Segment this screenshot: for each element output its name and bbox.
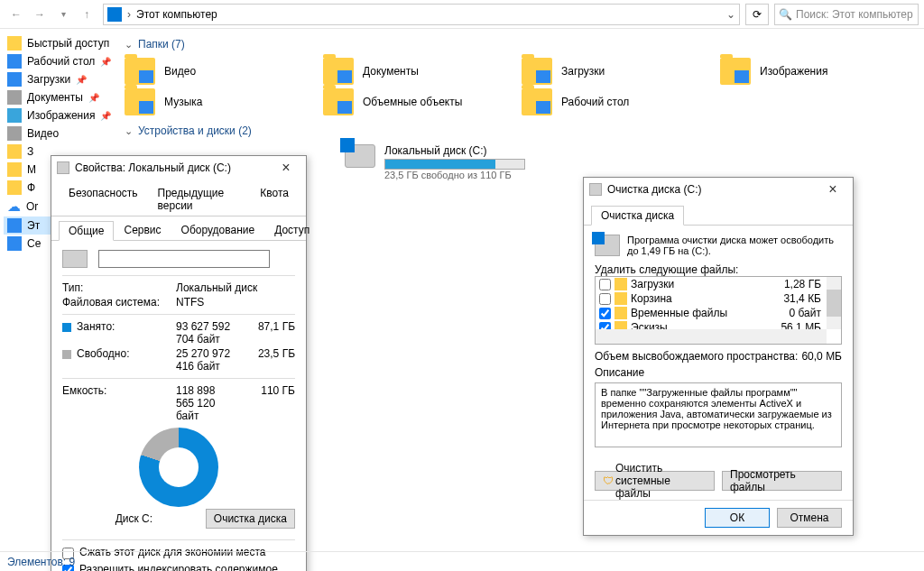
used-chip — [62, 323, 71, 332]
chevron-right-icon: › — [127, 8, 131, 21]
dialog-title: Свойства: Локальный диск (C:) — [75, 161, 231, 174]
cleanup-row[interactable]: Временные файлы0 байт — [596, 306, 841, 320]
folders-grid: ВидеоДокументыЗагрузкиИзображенияМузыкаО… — [125, 58, 915, 115]
chevron-down-icon[interactable]: ⌄ — [726, 8, 735, 21]
free-label: Свободно: — [77, 347, 130, 360]
tab[interactable]: Общие — [59, 221, 114, 241]
fs-value: NTFS — [176, 296, 295, 309]
clean-system-files-button[interactable]: 🛡Очистить системные файлы — [595, 471, 715, 491]
sidebar-item-label: Загрузки — [27, 73, 70, 86]
section-drives-title: Устройства и диски (2) — [138, 124, 252, 137]
grey-icon — [7, 90, 22, 105]
section-folders[interactable]: ⌄ Папки (7) — [125, 38, 915, 51]
pin-icon: 📌 — [76, 75, 87, 85]
refresh-button[interactable]: ⟳ — [745, 4, 769, 25]
sidebar-item-label: Се — [27, 237, 41, 250]
view-files-button[interactable]: Просмотреть файлы — [722, 471, 842, 491]
folder-label: Изображения — [760, 65, 827, 78]
cap-label: Емкость: — [62, 384, 162, 422]
folder-label: Видео — [164, 65, 196, 78]
tab[interactable]: Сервис — [114, 220, 171, 240]
folder-icon — [720, 58, 751, 85]
row-checkbox[interactable] — [599, 279, 611, 290]
folder-icon — [7, 180, 22, 195]
sidebar-item[interactable]: Рабочий стол📌 — [4, 52, 112, 70]
folder-icon — [323, 58, 354, 85]
back-icon[interactable]: ← — [5, 4, 27, 25]
folder-item[interactable]: Объемные объекты — [323, 88, 485, 115]
blue-icon — [7, 72, 22, 87]
dialog-title: Очистка диска (C:) — [607, 183, 702, 196]
titlebar[interactable]: Очистка диска (C:) × — [584, 178, 853, 201]
folder-label: Рабочий стол — [561, 96, 629, 108]
cleanup-row[interactable]: Загрузки1,28 ГБ — [596, 277, 841, 291]
search-input[interactable]: 🔍 Поиск: Этот компьютер — [774, 4, 919, 25]
folder-icon — [125, 58, 155, 85]
tab[interactable]: Безопасность — [59, 183, 148, 216]
scrollbar-horizontal[interactable] — [596, 329, 827, 344]
cancel-button[interactable]: Отмена — [777, 508, 842, 528]
cleanup-row[interactable]: Корзина31,4 КБ — [596, 291, 841, 306]
row-label: Временные файлы — [631, 307, 727, 319]
cleanup-file-list[interactable]: Загрузки1,28 ГБКорзина31,4 КБВременные ф… — [595, 276, 842, 345]
folder-item[interactable]: Рабочий стол — [522, 88, 684, 115]
ok-button[interactable]: ОК — [705, 508, 770, 528]
titlebar[interactable]: Свойства: Локальный диск (C:) × — [51, 156, 306, 180]
free-bytes: 25 270 972 416 байт — [176, 347, 236, 373]
scrollbar-vertical[interactable] — [827, 277, 841, 329]
used-bytes: 93 627 592 704 байт — [176, 320, 236, 345]
breadcrumb[interactable]: Этот компьютер — [136, 8, 217, 21]
delete-label: Удалить следующие файлы: — [595, 263, 842, 276]
sidebar-item-label: Or — [26, 200, 38, 213]
section-drives[interactable]: ⌄ Устройства и диски (2) — [125, 124, 915, 137]
pin-icon: 📌 — [88, 93, 99, 103]
total-value: 60,0 МБ — [801, 350, 842, 363]
sidebar-item[interactable]: Изображения📌 — [4, 106, 112, 124]
chevron-down-icon: ⌄ — [125, 125, 133, 137]
tab[interactable]: Оборудование — [171, 220, 265, 240]
folder-item[interactable]: Изображения — [720, 58, 882, 85]
folder-item[interactable]: Загрузки — [522, 58, 684, 85]
sidebar-item-label: Эт — [27, 219, 40, 232]
sidebar-item[interactable]: Документы📌 — [4, 88, 112, 106]
cleanup-icon — [589, 183, 602, 196]
shield-icon: 🛡 — [603, 474, 614, 487]
tab[interactable]: Квота — [250, 183, 299, 216]
disk-cleanup-button[interactable]: Очистка диска — [206, 509, 295, 529]
drive-subtitle: 23,5 ГБ свободно из 110 ГБ — [384, 170, 525, 180]
row-checkbox[interactable] — [599, 293, 611, 305]
close-icon[interactable]: × — [818, 181, 847, 198]
sidebar-item[interactable]: Видео — [4, 124, 112, 143]
folder-icon — [522, 58, 552, 85]
address-bar[interactable]: › Этот компьютер ⌄ — [103, 4, 740, 25]
folder-item[interactable]: Видео — [125, 58, 287, 85]
sidebar-item-label: Ф — [27, 181, 35, 194]
section-folders-title: Папки (7) — [138, 38, 185, 51]
history-chevron-icon[interactable]: ▾ — [52, 4, 74, 25]
usage-donut-chart — [139, 428, 218, 507]
tab[interactable]: Предыдущие версии — [148, 183, 251, 216]
drive-label-input[interactable] — [98, 250, 270, 268]
computer-icon — [107, 7, 122, 22]
used-label: Занято: — [77, 320, 115, 333]
forward-icon[interactable]: → — [29, 4, 51, 25]
drive-item[interactable]: Локальный диск (C:) 23,5 ГБ свободно из … — [345, 144, 915, 180]
statusbar: Элементов: 9 — [0, 551, 924, 571]
folder-icon — [7, 144, 22, 159]
disk-caption: Диск C: — [62, 512, 206, 525]
folder-item[interactable]: Документы — [323, 58, 485, 85]
type-value: Локальный диск — [176, 281, 295, 294]
sidebar-item-label: М — [27, 163, 36, 176]
close-icon[interactable]: × — [272, 160, 300, 176]
up-icon[interactable]: ↑ — [76, 4, 97, 25]
disk-cleanup-dialog: Очистка диска (C:) × Очистка диска Прогр… — [583, 177, 854, 536]
tab-cleanup[interactable]: Очистка диска — [591, 206, 684, 226]
sidebar-item[interactable]: Загрузки📌 — [4, 70, 112, 88]
tabs: Очистка диска — [584, 201, 853, 226]
used-human: 87,1 ГБ — [250, 320, 295, 345]
folder-item[interactable]: Музыка — [125, 88, 287, 115]
sidebar-item[interactable]: Быстрый доступ — [4, 34, 112, 52]
free-chip — [62, 350, 71, 359]
tab[interactable]: Доступ — [264, 220, 319, 240]
row-checkbox[interactable] — [599, 308, 611, 319]
